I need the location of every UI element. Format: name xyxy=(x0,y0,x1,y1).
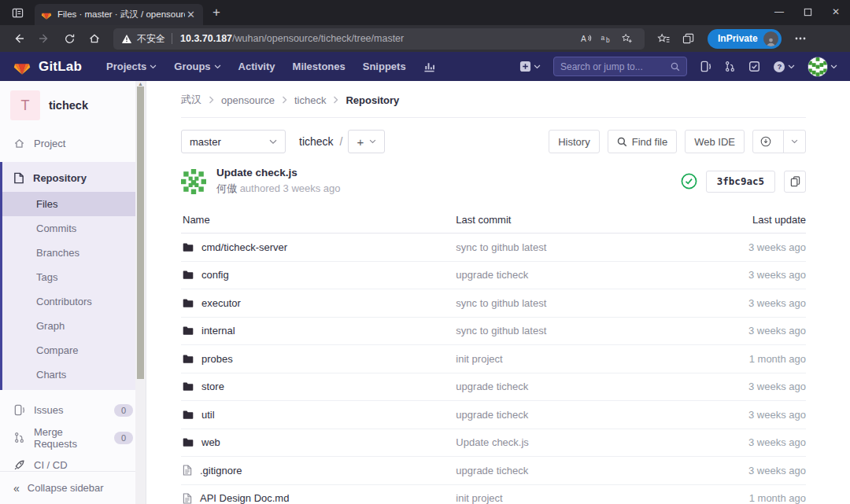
nav-item-milestones[interactable]: Milestones xyxy=(293,61,346,72)
commit-message-link[interactable]: upgrade ticheck xyxy=(456,409,528,421)
help-menu[interactable]: ? xyxy=(773,61,795,73)
new-tab-icon[interactable]: + xyxy=(213,5,220,20)
repo-path-root[interactable]: ticheck xyxy=(299,135,334,148)
table-row[interactable]: webUpdate check.js3 weeks ago xyxy=(181,429,806,458)
charts-nav-icon[interactable] xyxy=(423,61,435,72)
file-name-link[interactable]: web xyxy=(201,436,220,448)
file-name-link[interactable]: executor xyxy=(201,297,241,309)
file-name-link[interactable]: config xyxy=(201,269,229,281)
sidebar-item-contributors[interactable]: Contributors xyxy=(2,289,146,314)
file-name-link[interactable]: internal xyxy=(201,325,235,337)
refresh-icon[interactable] xyxy=(58,28,80,50)
back-icon[interactable] xyxy=(8,28,30,50)
pipeline-passed-icon[interactable] xyxy=(681,173,697,189)
home-icon[interactable] xyxy=(83,28,105,50)
commit-author-avatar[interactable] xyxy=(181,169,206,194)
sidebar-item-project[interactable]: Project xyxy=(0,130,146,157)
table-row[interactable]: internalsync to github latest3 weeks ago xyxy=(181,318,806,346)
breadcrumb-group[interactable]: 武汉 xyxy=(181,93,201,107)
commit-sha[interactable]: 3fbc9ac5 xyxy=(706,171,775,193)
new-dropdown-button[interactable] xyxy=(519,61,541,72)
merge-requests-nav-icon[interactable] xyxy=(724,61,736,72)
nav-item-groups[interactable]: Groups xyxy=(174,61,220,72)
file-name-link[interactable]: API Design Doc.md xyxy=(200,492,289,504)
table-row[interactable]: storeupgrade ticheck3 weeks ago xyxy=(181,373,806,402)
nav-item-projects[interactable]: Projects xyxy=(106,61,157,72)
sidebar-scrollbar[interactable]: ▲ xyxy=(135,81,146,504)
global-search[interactable] xyxy=(553,57,687,76)
table-row[interactable]: utilupgrade ticheck3 weeks ago xyxy=(181,401,806,429)
forward-icon[interactable] xyxy=(33,28,55,50)
todos-nav-icon[interactable] xyxy=(748,61,760,72)
address-bar[interactable]: 不安全 10.3.70.187/wuhan/opensource/ticheck… xyxy=(113,28,645,50)
commit-message-link[interactable]: init project xyxy=(456,353,502,365)
sidebar-item-compare[interactable]: Compare xyxy=(2,338,146,362)
column-name[interactable]: Name xyxy=(181,214,456,226)
security-label[interactable]: 不安全 xyxy=(137,32,165,46)
file-name-link[interactable]: .gitignore xyxy=(200,465,242,476)
branch-selector[interactable]: master xyxy=(181,130,286,153)
more-menu-icon[interactable] xyxy=(789,37,811,40)
commit-message-link[interactable]: upgrade ticheck xyxy=(456,381,528,392)
browser-tab[interactable]: Files · master · 武汉 / opensourc ✕ xyxy=(35,4,203,25)
download-icon[interactable] xyxy=(753,131,778,153)
table-row[interactable]: .gitignoreupgrade ticheck3 weeks ago xyxy=(181,457,806,485)
table-row[interactable]: cmd/ticheck-serversync to github latest3… xyxy=(181,234,806,262)
nav-item-snippets[interactable]: Snippets xyxy=(363,61,406,72)
window-maximize-icon[interactable] xyxy=(793,0,822,24)
file-name-link[interactable]: store xyxy=(201,381,224,392)
breadcrumb-project[interactable]: ticheck xyxy=(294,94,326,106)
breadcrumb-subgroup[interactable]: opensource xyxy=(221,94,275,106)
commit-title-link[interactable]: Update check.js xyxy=(216,167,341,178)
commit-message-link[interactable]: init project xyxy=(456,492,502,504)
web-ide-button[interactable]: Web IDE xyxy=(685,130,745,153)
user-menu[interactable] xyxy=(808,57,837,77)
collapse-sidebar-button[interactable]: « Collapse sidebar xyxy=(0,471,135,504)
commit-message-link[interactable]: upgrade ticheck xyxy=(456,465,528,476)
sidebar-item-branches[interactable]: Branches xyxy=(2,241,146,265)
sidebar-item-repository[interactable]: Repository xyxy=(2,164,146,192)
issues-nav-icon[interactable] xyxy=(700,61,711,72)
sidebar-item-commits[interactable]: Commits xyxy=(2,216,146,241)
security-warning-icon[interactable] xyxy=(121,34,132,44)
sidebar-item-graph[interactable]: Graph xyxy=(2,314,146,338)
commit-message-link[interactable]: sync to github latest xyxy=(456,325,546,337)
vertical-tabs-icon[interactable] xyxy=(6,3,28,22)
table-row[interactable]: configupgrade ticheck3 weeks ago xyxy=(181,262,806,290)
sidebar-item-merge-requests[interactable]: Merge Requests 0 xyxy=(0,424,146,451)
download-options-caret[interactable] xyxy=(783,131,805,153)
url-text[interactable]: 10.3.70.187/wuhan/opensource/ticheck/tre… xyxy=(180,33,575,44)
commit-message-link[interactable]: sync to github latest xyxy=(456,241,546,253)
tab-close-icon[interactable]: ✕ xyxy=(185,9,197,20)
add-favorite-icon[interactable] xyxy=(616,33,637,44)
translate-icon[interactable]: ab xyxy=(596,33,616,44)
find-file-button[interactable]: Find file xyxy=(608,130,678,153)
favorites-icon[interactable] xyxy=(652,33,674,45)
gitlab-brand[interactable]: GitLab xyxy=(39,59,82,75)
copy-sha-button[interactable] xyxy=(784,171,806,193)
collections-icon[interactable] xyxy=(678,33,700,45)
file-name-link[interactable]: probes xyxy=(201,353,233,365)
commit-message-link[interactable]: Update check.js xyxy=(456,436,529,448)
sidebar-item-tags[interactable]: Tags xyxy=(2,265,146,289)
add-file-dropdown[interactable]: + xyxy=(348,130,385,153)
window-close-icon[interactable]: ✕ xyxy=(822,0,850,24)
table-row[interactable]: executorsync to github latest3 weeks ago xyxy=(181,289,806,318)
window-minimize-icon[interactable]: — xyxy=(765,0,793,24)
commit-author-link[interactable]: 何傲 xyxy=(216,182,237,194)
sidebar-item-charts[interactable]: Charts xyxy=(2,362,146,387)
table-row[interactable]: API Design Doc.mdinit project1 month ago xyxy=(181,485,806,504)
table-row[interactable]: probesinit project1 month ago xyxy=(181,345,806,373)
read-aloud-icon[interactable]: A xyxy=(575,33,596,44)
sidebar-item-issues[interactable]: Issues 0 xyxy=(0,396,146,424)
history-button[interactable]: History xyxy=(549,130,599,153)
gitlab-logo-icon[interactable] xyxy=(13,57,31,75)
file-name-link[interactable]: util xyxy=(201,409,215,421)
sidebar-project-header[interactable]: T ticheck xyxy=(0,81,146,130)
inprivate-badge[interactable]: InPrivate xyxy=(708,29,782,49)
commit-message-link[interactable]: sync to github latest xyxy=(456,297,546,309)
sidebar-item-files[interactable]: Files xyxy=(2,192,146,216)
search-input[interactable] xyxy=(560,61,671,72)
commit-message-link[interactable]: upgrade ticheck xyxy=(456,269,528,281)
nav-item-activity[interactable]: Activity xyxy=(238,61,275,72)
